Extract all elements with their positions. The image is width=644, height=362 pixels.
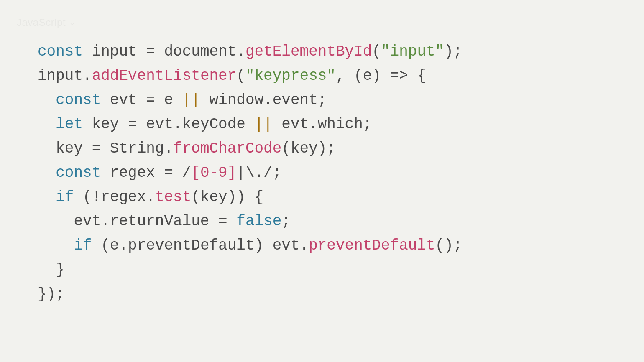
code-line-2: input.addEventListener("keypress", (e) =… xyxy=(38,67,426,84)
code-line-8: evt.returnValue = false; xyxy=(38,213,291,230)
code-line-9: if (e.preventDefault) evt.preventDefault… xyxy=(38,237,462,254)
code-line-5: key = String.fromCharCode(key); xyxy=(38,140,336,157)
language-label-text: JavaScript xyxy=(17,17,66,28)
code-block: const input = document.getElementById("i… xyxy=(38,40,462,306)
code-line-7: if (!regex.test(key)) { xyxy=(38,189,263,206)
chevron-down-icon: ⌄ xyxy=(69,18,76,27)
code-line-4: let key = evt.keyCode || evt.which; xyxy=(38,116,372,133)
code-line-1: const input = document.getElementById("i… xyxy=(38,43,462,60)
code-line-3: const evt = e || window.event; xyxy=(38,92,327,109)
code-line-10: } xyxy=(38,261,65,278)
language-label: JavaScript ⌄ xyxy=(17,17,76,28)
code-line-11: }); xyxy=(38,286,65,303)
code-line-6: const regex = /[0-9]|\./; xyxy=(38,164,281,181)
